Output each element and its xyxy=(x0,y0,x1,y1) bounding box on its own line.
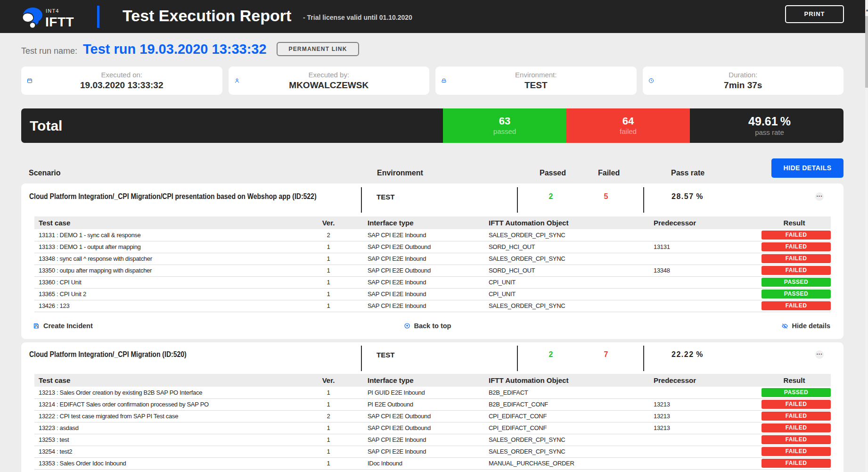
svg-text:IFTT: IFTT xyxy=(45,15,74,29)
svg-text:INT4: INT4 xyxy=(46,8,59,14)
